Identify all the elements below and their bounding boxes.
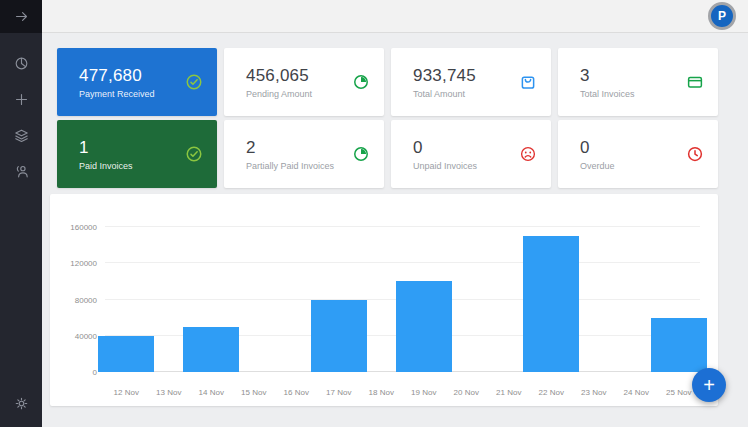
stat-card-unpaid-invoices[interactable]: 0 Unpaid Invoices [391,120,551,188]
card-label: Total Amount [413,89,519,99]
stat-cards: 477,680 Payment Received 456,065 Pending… [57,48,718,188]
chart-panel: 04000080000120000160000 12 Nov13 Nov14 N… [50,194,718,406]
x-tick-label: 22 Nov [530,388,573,397]
y-tick-label: 0 [53,368,97,377]
card-text: 477,680 Payment Received [79,66,185,99]
pie-chart-icon [13,55,30,72]
top-bar: P [42,0,748,33]
stat-card-paid-invoices[interactable]: 1 Paid Invoices [57,120,217,188]
stat-card-overdue[interactable]: 0 Overdue [558,120,718,188]
card-text: 0 Unpaid Invoices [413,138,519,171]
card-value: 477,680 [79,66,185,86]
y-tick-label: 160000 [53,223,97,232]
x-tick-label: 23 Nov [573,388,616,397]
x-tick-label: 24 Nov [615,388,658,397]
bar-chart-bars [105,227,700,372]
clock-icon [686,145,704,163]
bar-22-nov[interactable] [523,236,579,372]
x-tick-label: 16 Nov [275,388,318,397]
x-tick-label: 18 Nov [360,388,403,397]
sad-face-icon [519,145,537,163]
y-tick-label: 120000 [53,259,97,268]
card-value: 456,065 [246,66,352,86]
card-value: 2 [246,138,352,158]
arrow-right-icon [13,8,30,25]
bar-25-nov[interactable] [651,318,707,372]
bar-slot [105,227,148,372]
bar-chart-plot: 04000080000120000160000 [105,227,700,372]
sidebar-footer [0,385,42,427]
bar-12-nov[interactable] [98,336,154,372]
app-window: P 477,680 Payment Received 456,065 Pendi… [0,0,748,427]
card-label: Payment Received [79,89,185,99]
sidebar-item-add[interactable] [0,81,42,117]
card-text: 3 Total Invoices [580,66,686,99]
shopping-bag-icon [519,73,537,91]
card-text: 1 Paid Invoices [79,138,185,171]
sidebar [0,0,42,427]
card-text: 933,745 Total Amount [413,66,519,99]
card-value: 0 [580,138,686,158]
x-tick-label: 19 Nov [403,388,446,397]
check-circle-icon [185,145,203,163]
bar-17-nov[interactable] [311,300,367,373]
bar-19-nov[interactable] [396,281,452,372]
sidebar-item-dashboard[interactable] [0,45,42,81]
card-label: Pending Amount [246,89,352,99]
bar-slot [318,227,361,372]
stat-card-partially-paid-invoices[interactable]: 2 Partially Paid Invoices [224,120,384,188]
x-tick-label: 20 Nov [445,388,488,397]
stat-card-payment-received[interactable]: 477,680 Payment Received [57,48,217,116]
sidebar-header [0,0,42,33]
card-value: 1 [79,138,185,158]
check-circle-icon [185,73,203,91]
contacts-icon [13,163,30,180]
card-label: Total Invoices [580,89,686,99]
card-label: Partially Paid Invoices [246,161,352,171]
avatar[interactable]: P [708,2,736,30]
credit-card-icon [686,73,704,91]
plus-icon: + [703,375,715,395]
pie-icon [352,73,370,91]
card-label: Paid Invoices [79,161,185,171]
card-label: Overdue [580,161,686,171]
sidebar-nav [0,33,42,385]
card-label: Unpaid Invoices [413,161,519,171]
add-fab[interactable]: + [692,368,726,402]
sidebar-item-contacts[interactable] [0,153,42,189]
stat-card-total-amount[interactable]: 933,745 Total Amount [391,48,551,116]
x-axis-labels: 12 Nov13 Nov14 Nov15 Nov16 Nov17 Nov18 N… [105,388,700,397]
y-tick-label: 80000 [53,295,97,304]
card-text: 456,065 Pending Amount [246,66,352,99]
gear-icon [13,395,30,412]
layers-icon [13,127,30,144]
card-text: 0 Overdue [580,138,686,171]
bar-14-nov[interactable] [183,327,239,372]
card-value: 3 [580,66,686,86]
stat-card-total-invoices[interactable]: 3 Total Invoices [558,48,718,116]
bar-slot [190,227,233,372]
x-tick-label: 17 Nov [318,388,361,397]
x-tick-label: 15 Nov [233,388,276,397]
sidebar-item-layers[interactable] [0,117,42,153]
card-value: 933,745 [413,66,519,86]
x-tick-label: 12 Nov [105,388,148,397]
y-tick-label: 40000 [53,331,97,340]
bar-slot [403,227,446,372]
bar-slot [445,227,488,372]
plus-icon [13,91,30,108]
stat-card-pending-amount[interactable]: 456,065 Pending Amount [224,48,384,116]
sidebar-item-settings[interactable] [0,385,42,421]
main-content: 477,680 Payment Received 456,065 Pending… [42,33,748,427]
x-tick-label: 21 Nov [488,388,531,397]
bar-slot [233,227,276,372]
card-value: 0 [413,138,519,158]
bar-slot [658,227,701,372]
sidebar-toggle[interactable] [0,0,42,33]
bar-slot [573,227,616,372]
pie-icon [352,145,370,163]
x-tick-label: 13 Nov [148,388,191,397]
x-tick-label: 14 Nov [190,388,233,397]
bar-slot [530,227,573,372]
card-text: 2 Partially Paid Invoices [246,138,352,171]
